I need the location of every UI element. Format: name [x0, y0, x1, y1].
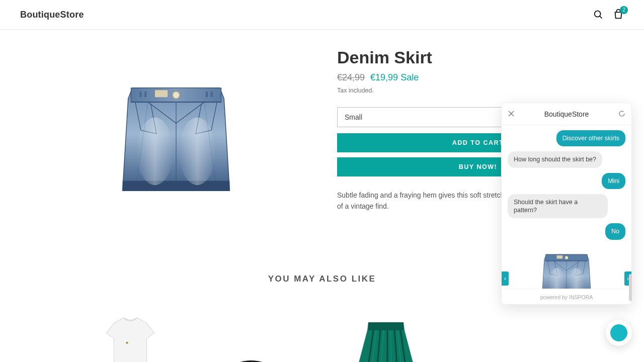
svg-point-19 [565, 256, 569, 259]
chat-header: BoutiqueStore [502, 103, 631, 125]
cart-count-badge: 2 [620, 6, 628, 14]
svg-point-11 [137, 118, 174, 185]
svg-point-13 [126, 342, 128, 344]
chat-scrollbar[interactable] [629, 274, 632, 301]
svg-rect-10 [211, 92, 213, 97]
svg-rect-14 [368, 322, 404, 330]
svg-rect-8 [144, 92, 146, 97]
sale-label: Sale [400, 72, 419, 82]
svg-point-5 [173, 92, 180, 99]
svg-rect-20 [557, 255, 563, 258]
size-selected-value: Small [345, 113, 362, 121]
chat-close-icon[interactable] [508, 110, 515, 117]
chat-preview-image[interactable] [534, 248, 599, 289]
product-title: Denim Skirt [337, 48, 619, 67]
svg-rect-4 [123, 181, 230, 191]
chat-body: Discover other skirts How long should th… [502, 125, 631, 289]
chat-prev-arrow[interactable]: ‹ [502, 272, 509, 286]
chat-msg-user-2[interactable]: Mini [602, 173, 625, 189]
chat-powered-by: powered by INSPORA [502, 289, 631, 304]
svg-point-0 [595, 11, 601, 17]
chat-product-preview: ‹ › [508, 248, 625, 289]
tax-note: Tax included. [337, 87, 619, 94]
denim-skirt-image [106, 74, 247, 208]
cart-icon[interactable]: 2 [613, 9, 624, 20]
related-item-shoe[interactable] [203, 302, 313, 362]
chat-msg-user-3[interactable]: No [605, 223, 625, 239]
header-actions: 2 [593, 9, 624, 20]
chat-refresh-icon[interactable] [618, 110, 625, 117]
chat-msg-bot-1: How long should the skirt be? [508, 151, 602, 167]
chat-widget: BoutiqueStore Discover other skirts How … [501, 103, 632, 305]
search-icon[interactable] [593, 9, 604, 20]
brand-logo[interactable]: BoutiqueStore [20, 10, 84, 20]
chat-title: BoutiqueStore [544, 110, 589, 118]
chat-msg-user-1[interactable]: Discover other skirts [556, 130, 625, 146]
svg-line-1 [600, 16, 602, 18]
price-row: €24,99 €19,99 Sale [337, 72, 619, 83]
price-original: €24,99 [337, 72, 365, 82]
price-sale: €19,99 [370, 72, 398, 82]
svg-rect-9 [206, 92, 208, 97]
chat-msg-bot-2: Should the skirt have a pattern? [508, 194, 608, 219]
chat-launcher-icon [610, 324, 627, 341]
related-item-placeholder[interactable] [458, 302, 569, 362]
chat-launcher-button[interactable] [606, 320, 632, 346]
svg-rect-6 [155, 90, 168, 97]
related-item-tshirt[interactable] [75, 302, 186, 362]
related-products [0, 302, 644, 362]
product-main-image [35, 48, 317, 234]
svg-rect-7 [139, 92, 141, 97]
svg-point-12 [179, 118, 216, 185]
site-header: BoutiqueStore 2 [0, 0, 644, 30]
related-item-green-skirt[interactable] [331, 302, 441, 362]
